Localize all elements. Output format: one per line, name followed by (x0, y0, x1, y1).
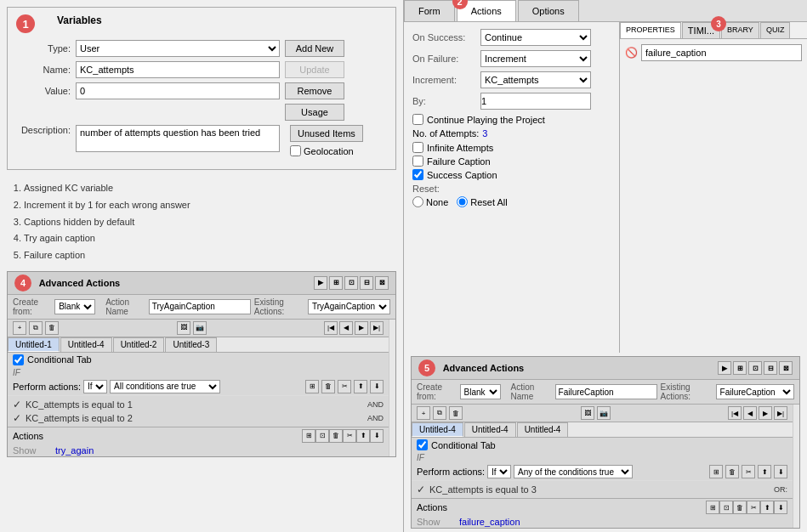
reset-all-radio-label[interactable]: Reset All (457, 196, 507, 207)
rcopy-icon[interactable]: ⧉ (433, 406, 446, 420)
rnav-prev[interactable]: ◀ (743, 406, 757, 420)
radv-icon-4[interactable]: ⊟ (764, 361, 777, 375)
tab-form[interactable]: Form (404, 0, 455, 21)
perform-if-select-left[interactable]: If (83, 380, 107, 393)
reset-all-radio[interactable] (457, 196, 468, 207)
adv-icon-2[interactable]: ⊞ (329, 276, 343, 290)
rnav-next[interactable]: ▶ (759, 406, 772, 420)
nav-next-left[interactable]: ▶ (355, 321, 368, 335)
rtab-untitled-4-3[interactable]: Untitled-4 (517, 422, 569, 437)
ract-icon-6[interactable]: ⬇ (774, 501, 787, 514)
rperform-icon-2[interactable]: 🗑 (725, 465, 739, 478)
prop-tab-properties[interactable]: PROPERTIES (620, 22, 681, 38)
remove-button[interactable]: Remove (285, 82, 344, 99)
act-icon-1-left[interactable]: ⊞ (302, 429, 315, 443)
rtab-untitled-4-2[interactable]: Untitled-4 (464, 422, 516, 437)
act-icon-2-left[interactable]: ⊡ (315, 429, 329, 443)
radv-icon-5[interactable]: ⊠ (779, 361, 793, 375)
tab-untitled-1-left[interactable]: Untitled-1 (8, 337, 60, 352)
value-input[interactable] (76, 82, 280, 99)
failure-caption-checkbox[interactable] (412, 156, 423, 167)
attempts-value[interactable]: 3 (482, 128, 487, 139)
rperform-icon-1[interactable]: ⊞ (709, 465, 723, 478)
ract-icon-5[interactable]: ⬆ (760, 501, 774, 514)
prop-failure-caption-input[interactable] (641, 44, 802, 61)
rexisting-select[interactable]: FailureCaption (716, 384, 794, 399)
rimg-icon[interactable]: 🖼 (581, 406, 594, 420)
ract-icon-4[interactable]: ✂ (747, 501, 760, 514)
rperform-icon-5[interactable]: ⬇ (774, 465, 787, 478)
usage-button[interactable]: Usage (285, 104, 344, 121)
prop-tab-library[interactable]: BRARY (721, 22, 759, 38)
copy-icon-left[interactable]: ⧉ (29, 321, 43, 335)
prop-tab-timing[interactable]: TIMI... 3 (682, 22, 720, 38)
perform-icon-1-left[interactable]: ⊞ (305, 380, 319, 393)
tab-untitled-2-left[interactable]: Untitled-2 (113, 337, 165, 352)
act-icon-5-left[interactable]: ⬆ (356, 429, 370, 443)
nav-first-left[interactable]: |◀ (324, 321, 338, 335)
none-radio[interactable] (412, 196, 423, 207)
adv-icon-4[interactable]: ⊟ (360, 276, 373, 290)
increment-select[interactable]: KC_attempts (480, 71, 591, 88)
rnav-last[interactable]: ▶| (774, 406, 787, 420)
adv-scroll-left[interactable] (389, 320, 395, 456)
success-caption-checkbox[interactable] (412, 169, 423, 180)
tab-options[interactable]: Options (518, 0, 579, 21)
tab-untitled-4-left[interactable]: Untitled-4 (60, 337, 112, 352)
prop-tab-quiz[interactable]: QUIZ (760, 22, 791, 38)
rperform-if-select[interactable]: If (487, 465, 511, 478)
type-select[interactable]: User (76, 40, 280, 57)
continue-playing-checkbox[interactable] (412, 114, 423, 125)
ract-icon-2[interactable]: ⊡ (719, 501, 733, 514)
conditional-tab-checkbox-left[interactable] (13, 354, 24, 365)
raction-name-input[interactable] (555, 384, 657, 399)
ract-icon-3[interactable]: 🗑 (733, 501, 747, 514)
rperform-cond-select[interactable]: Any of the conditions true (514, 465, 633, 478)
by-input[interactable] (480, 93, 591, 110)
action-name-input-left[interactable] (149, 299, 251, 314)
rpic-icon[interactable]: 📷 (597, 406, 611, 420)
rperform-icon-4[interactable]: ⬆ (758, 465, 771, 478)
rtab-untitled-4-1[interactable]: Untitled-4 (412, 422, 463, 437)
nav-last-left[interactable]: ▶| (370, 321, 384, 335)
radv-icon-1[interactable]: ▶ (718, 361, 731, 375)
on-success-select[interactable]: Continue (480, 29, 591, 46)
img-icon-left[interactable]: 🖼 (177, 321, 190, 335)
geolocation-checkbox[interactable] (290, 145, 301, 156)
perform-icon-5-left[interactable]: ⬇ (370, 380, 384, 393)
tab-untitled-3-left[interactable]: Untitled-3 (165, 337, 217, 352)
description-textarea[interactable]: number of attempts question has been tri… (76, 125, 280, 152)
name-input[interactable] (76, 61, 280, 78)
delete-icon-left[interactable]: 🗑 (45, 321, 59, 335)
rcond-tab-checkbox[interactable] (417, 439, 428, 450)
existing-select-left[interactable]: TryAgainCaption (308, 299, 390, 314)
act-icon-6-left[interactable]: ⬇ (370, 429, 384, 443)
adv-icon-5[interactable]: ⊠ (375, 276, 389, 290)
adv-icon-3[interactable]: ⊡ (344, 276, 358, 290)
on-failure-select[interactable]: Increment (480, 50, 591, 67)
rperform-icon-3[interactable]: ✂ (742, 465, 755, 478)
act-icon-4-left[interactable]: ✂ (343, 429, 356, 443)
tab-actions[interactable]: 2 Actions (457, 0, 516, 21)
rcreate-from-select[interactable]: Blank (460, 384, 501, 399)
radd-icon[interactable]: + (417, 406, 430, 420)
rnav-first[interactable]: |◀ (728, 406, 742, 420)
perform-icon-2-left[interactable]: 🗑 (321, 380, 335, 393)
pic-icon-left[interactable]: 📷 (193, 321, 207, 335)
create-from-select-left[interactable]: Blank (54, 299, 95, 314)
perform-cond-select-left[interactable]: All conditions are true (110, 380, 220, 393)
perform-icon-3-left[interactable]: ✂ (338, 380, 351, 393)
add-new-button[interactable]: Add New (285, 40, 344, 57)
adv-icon-1[interactable]: ▶ (314, 276, 327, 290)
rdelete-icon[interactable]: 🗑 (449, 406, 463, 420)
unused-items-button[interactable]: Unused Items (290, 125, 363, 142)
perform-icon-4-left[interactable]: ⬆ (354, 380, 367, 393)
adv-scroll-right[interactable] (793, 405, 799, 528)
add-icon-left[interactable]: + (13, 321, 26, 335)
ract-icon-1[interactable]: ⊞ (706, 501, 719, 514)
none-radio-label[interactable]: None (412, 196, 448, 207)
infinite-attempts-checkbox[interactable] (412, 142, 423, 153)
update-button[interactable]: Update (285, 61, 344, 78)
act-icon-3-left[interactable]: 🗑 (329, 429, 343, 443)
radv-icon-3[interactable]: ⊡ (748, 361, 762, 375)
